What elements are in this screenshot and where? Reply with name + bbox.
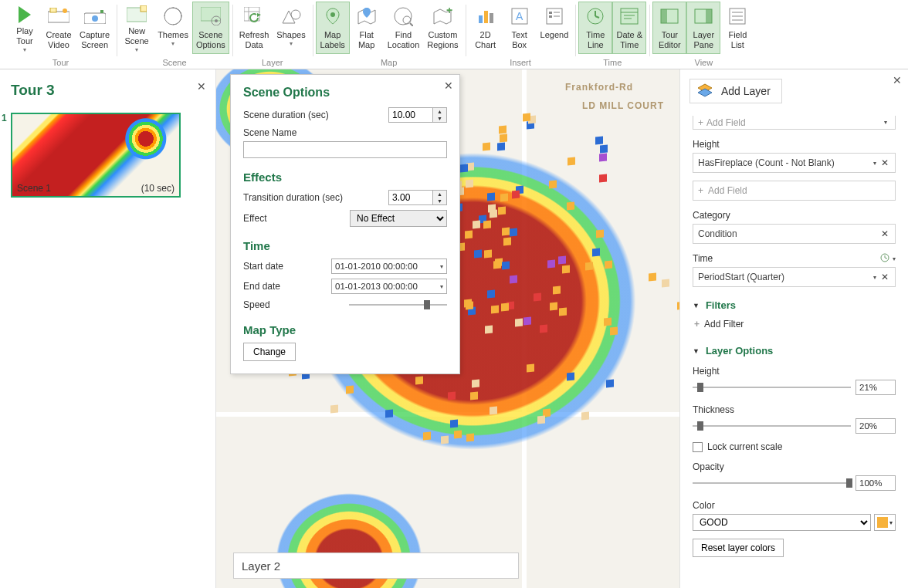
textbox-icon: A: [507, 4, 532, 29]
remove-icon[interactable]: ✕: [879, 272, 890, 282]
reset-colors-button[interactable]: Reset layer colors: [693, 539, 784, 557]
height-field-chip[interactable]: HasFireplace (Count - Not Blank)▾✕: [693, 153, 896, 173]
svg-rect-6: [100, 10, 103, 13]
time-line-button[interactable]: Time Line: [578, 2, 612, 54]
opacity-label: Opacity: [693, 461, 896, 472]
transition-duration-spinner[interactable]: ▲▼: [388, 190, 447, 205]
svg-rect-25: [484, 11, 488, 23]
remove-icon[interactable]: ✕: [879, 228, 890, 239]
themes-icon: [161, 4, 185, 29]
map-labels-button[interactable]: Map Labels: [316, 2, 350, 54]
svg-point-12: [215, 19, 218, 22]
opacity-slider[interactable]: [693, 482, 851, 484]
add-layer-button[interactable]: Add Layer: [689, 79, 782, 103]
layer-options-section[interactable]: ▼Layer Options: [693, 345, 896, 357]
svg-point-18: [291, 10, 300, 19]
effect-label: Effect: [243, 213, 350, 224]
tour-group-label: Tour: [8, 58, 114, 69]
end-date-input[interactable]: 01-01-2013 00:00:00▾: [331, 279, 447, 294]
layer-name-box[interactable]: Layer 2: [233, 553, 519, 579]
refresh-data-button[interactable]: Refresh Data: [235, 2, 273, 54]
svg-marker-17: [283, 11, 295, 23]
scene-number: 1: [2, 113, 7, 123]
layer-group-label: Layer: [235, 58, 310, 69]
video-icon: [46, 4, 71, 29]
layer-pane-close[interactable]: ✕: [893, 74, 902, 86]
maptype-heading: Map Type: [243, 323, 447, 336]
time-label: Time ▾: [693, 253, 896, 264]
shapes-button[interactable]: Shapes▾: [273, 2, 309, 54]
category-field-chip[interactable]: Condition✕: [693, 224, 896, 244]
height-value[interactable]: 21%: [855, 380, 896, 395]
svg-rect-42: [661, 9, 667, 23]
play-tour-button[interactable]: Play Tour▾: [8, 2, 42, 54]
scene-name-input[interactable]: [243, 141, 447, 158]
scene-name-label: Scene Name: [243, 127, 296, 138]
scene-options-button[interactable]: Scene Options: [192, 2, 229, 54]
capture-screen-button[interactable]: Capture Screen: [76, 2, 114, 54]
start-date-input[interactable]: 01-01-2010 00:00:00▾: [331, 259, 447, 274]
scene-duration-spinner[interactable]: ▲▼: [388, 107, 447, 123]
scene-thumbnail[interactable]: 1 Scene 1 (10 sec): [11, 113, 205, 198]
remove-icon[interactable]: ✕: [879, 157, 890, 168]
color-swatch[interactable]: ▾: [874, 514, 896, 531]
start-date-label: Start date: [243, 261, 331, 272]
legend-button[interactable]: Legend: [537, 2, 573, 54]
lock-scale-checkbox[interactable]: Lock current scale: [693, 441, 896, 452]
layer-pane-icon: [691, 4, 716, 29]
opt-thick-label: Thickness: [693, 404, 896, 415]
field-list-button[interactable]: Field List: [720, 2, 754, 54]
play-icon: [12, 4, 37, 25]
camera-icon: [83, 4, 107, 29]
height-label: Height: [693, 139, 896, 150]
end-date-label: End date: [243, 281, 331, 292]
popup-close[interactable]: ✕: [444, 79, 453, 92]
legend-icon: [542, 4, 567, 29]
find-location-button[interactable]: Find Location: [384, 2, 424, 54]
map-group-label: Map: [316, 58, 462, 69]
transition-duration-label: Transition duration (sec): [243, 192, 388, 203]
tour-editor-button[interactable]: Tour Editor: [652, 2, 686, 54]
opt-height-label: Height: [693, 366, 896, 377]
time-heading: Time: [243, 239, 447, 252]
scene-duration-label: Scene duration (sec): [243, 110, 388, 120]
height-slider[interactable]: [693, 387, 851, 388]
thickness-value[interactable]: 20%: [855, 418, 896, 434]
svg-rect-2: [50, 8, 56, 12]
speed-slider[interactable]: [349, 299, 447, 311]
themes-button[interactable]: Themes▾: [154, 2, 192, 54]
new-scene-button[interactable]: New Scene▾: [120, 2, 154, 54]
clock-small-icon[interactable]: [880, 253, 891, 264]
svg-line-53: [885, 258, 887, 259]
find-location-icon: [391, 4, 415, 29]
opacity-value[interactable]: 100%: [855, 475, 896, 491]
shapes-icon: [279, 4, 303, 29]
chart-icon: [473, 4, 498, 29]
insert-group-label: Insert: [469, 58, 573, 69]
text-box-button[interactable]: A Text Box: [503, 2, 537, 54]
datetime-icon: [617, 4, 642, 29]
thickness-slider[interactable]: [693, 425, 851, 427]
svg-marker-50: [698, 89, 712, 96]
color-select[interactable]: GOOD: [693, 514, 871, 531]
layer-pane-button[interactable]: Layer Pane: [686, 2, 720, 54]
tour-close-button[interactable]: ✕: [197, 80, 206, 93]
date-time-button[interactable]: Date & Time: [612, 2, 646, 54]
svg-rect-30: [549, 12, 552, 14]
svg-rect-10: [201, 7, 221, 21]
add-field-button[interactable]: +Add Field: [693, 181, 896, 201]
change-map-button[interactable]: Change: [243, 343, 296, 361]
effect-select[interactable]: No Effect: [350, 210, 447, 227]
add-filter-button[interactable]: +Add Filter: [693, 316, 896, 333]
effects-heading: Effects: [243, 171, 447, 184]
add-field-partial[interactable]: +Add Field▾: [693, 116, 896, 130]
flat-map-button[interactable]: Flat Map: [350, 2, 384, 54]
flat-map-icon: [354, 4, 379, 29]
2d-chart-button[interactable]: 2D Chart: [469, 2, 503, 54]
filters-section[interactable]: ▼Filters: [693, 299, 896, 311]
svg-rect-8: [141, 5, 147, 12]
create-video-button[interactable]: Create Video: [42, 2, 76, 54]
custom-regions-button[interactable]: + Custom Regions: [423, 2, 462, 54]
svg-point-5: [92, 15, 98, 22]
time-field-chip[interactable]: PeriodStart (Quarter)▾✕: [693, 267, 896, 287]
